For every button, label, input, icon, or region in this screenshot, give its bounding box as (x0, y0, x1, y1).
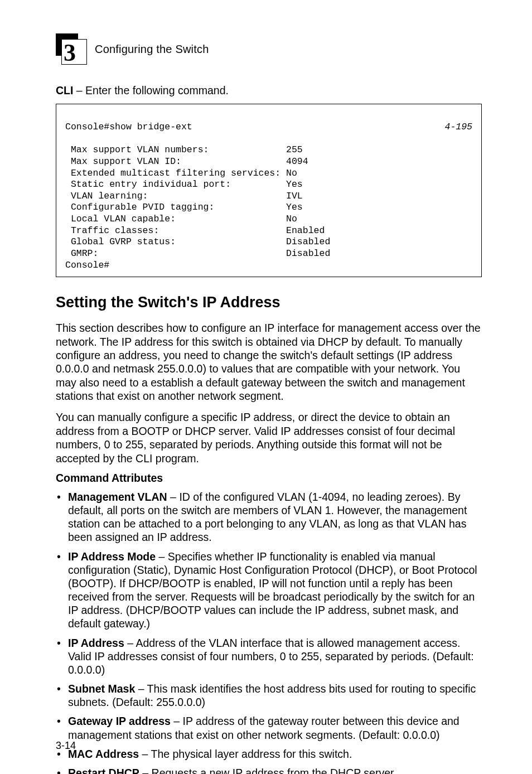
cli-line: Traffic classes: Enabled (65, 225, 325, 236)
list-item-term: Management VLAN (68, 491, 167, 503)
cli-output-box: Console#show bridge-ext4-195 Max support… (56, 104, 482, 277)
list-item: IP Address – Address of the VLAN interfa… (56, 636, 482, 677)
cli-line: Local VLAN capable: No (65, 214, 297, 224)
chapter-icon-box: 3 (61, 39, 87, 65)
page-number: 3-14 (56, 740, 76, 752)
list-item: Restart DHCP – Requests a new IP address… (56, 766, 482, 774)
cli-line: GMRP: Disabled (65, 248, 330, 259)
list-item-term: IP Address (68, 637, 124, 649)
list-item-term: Restart DHCP (68, 767, 139, 774)
list-item-term: Subnet Mask (68, 683, 135, 695)
cli-line: Max support VLAN ID: 4094 (65, 156, 308, 167)
cli-line: Static entry individual port: Yes (65, 179, 303, 190)
list-item: MAC Address – The physical layer address… (56, 747, 482, 761)
chapter-icon: 3 (56, 33, 87, 65)
cli-intro-rest: – Enter the following command. (73, 84, 229, 96)
list-item-text: – Requests a new IP address from the DHC… (139, 767, 396, 774)
page-header: 3 Configuring the Switch (56, 33, 482, 65)
list-item: Gateway IP address – IP address of the g… (56, 714, 482, 741)
command-attributes-list: Management VLAN – ID of the configured V… (56, 490, 482, 774)
cli-row-0: Console#show bridge-ext4-195 (65, 122, 472, 133)
cli-page-ref: 4-195 (444, 122, 472, 133)
list-item-text: – The physical layer address for this sw… (139, 748, 352, 760)
cli-intro-bold: CLI (56, 84, 73, 96)
cli-intro-line: CLI – Enter the following command. (56, 84, 482, 97)
list-item: Management VLAN – ID of the configured V… (56, 490, 482, 544)
section-heading: Setting the Switch's IP Address (56, 294, 482, 311)
list-item: Subnet Mask – This mask identifies the h… (56, 682, 482, 709)
cli-line: Console# (65, 260, 109, 270)
command-attributes-heading: Command Attributes (56, 472, 482, 485)
header-section-title: Configuring the Switch (95, 43, 209, 56)
cli-line: Console#show bridge-ext (65, 122, 192, 133)
list-item-term: IP Address Mode (68, 550, 156, 563)
list-item: IP Address Mode – Specifies whether IP f… (56, 550, 482, 631)
list-item-term: Gateway IP address (68, 715, 171, 727)
cli-line: Global GVRP status: Disabled (65, 236, 330, 247)
chapter-number: 3 (64, 41, 76, 65)
list-item-text: – Address of the VLAN interface that is … (68, 637, 474, 676)
cli-line: Extended multicast filtering services: N… (65, 168, 297, 178)
cli-line: Max support VLAN numbers: 255 (65, 144, 303, 155)
list-item-term: MAC Address (68, 748, 139, 760)
paragraph-2: You can manually configure a specific IP… (56, 410, 482, 465)
cli-line: Configurable PVID tagging: Yes (65, 202, 303, 212)
paragraph-1: This section describes how to configure … (56, 321, 482, 403)
cli-line: VLAN learning: IVL (65, 191, 303, 201)
